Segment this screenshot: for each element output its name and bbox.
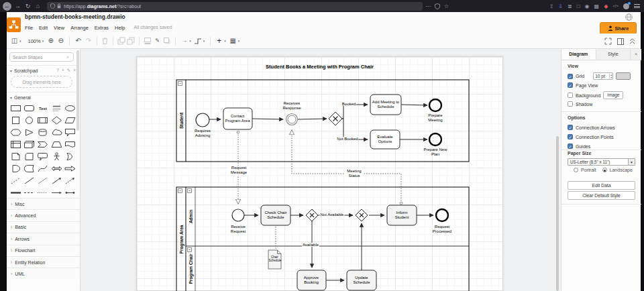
- end-event-request-processed[interactable]: [436, 209, 448, 221]
- scratchpad-drop-area[interactable]: Drag elements here: [11, 76, 72, 88]
- shape-diamond[interactable]: [50, 116, 63, 125]
- ext-account-icon[interactable]: ◉: [585, 3, 590, 9]
- pool-label-student[interactable]: Student: [179, 113, 184, 129]
- label-receives-response[interactable]: Receives Response: [277, 101, 307, 111]
- diagram-page[interactable]: Student Books a Meeting with Program Cha…: [136, 56, 503, 291]
- gateway-merge[interactable]: [356, 209, 368, 221]
- shape-connector[interactable]: [50, 188, 63, 197]
- shape-trapezoid[interactable]: [50, 140, 63, 149]
- to-front-icon[interactable]: [117, 37, 125, 45]
- back-icon[interactable]: ←: [3, 2, 11, 11]
- menu-extras[interactable]: Extras: [95, 25, 109, 31]
- menu-file[interactable]: File: [25, 25, 33, 31]
- shape-directional-arrow[interactable]: [50, 176, 63, 185]
- label-check-chair-schedule[interactable]: Check Chair Schedule: [262, 211, 289, 220]
- label-prepare-new-plan[interactable]: Prepare New Plan: [420, 148, 451, 157]
- ext-window-icon[interactable]: □: [577, 3, 580, 9]
- shape-and[interactable]: [9, 164, 22, 173]
- paper-size-select[interactable]: US-Letter (8,5" x 11") ▼: [568, 158, 635, 166]
- scratchpad-edit-icon[interactable]: ✎: [67, 68, 70, 73]
- insert-icon[interactable]: +: [215, 34, 223, 48]
- collapse-toolbar-icon[interactable]: [629, 38, 635, 44]
- sidebar-section-arrows[interactable]: ›Arrows: [7, 233, 80, 244]
- label-prepare-meeting[interactable]: Prepare Meeting: [421, 113, 450, 123]
- zoom-in-icon[interactable]: ⊕: [46, 34, 55, 48]
- sidebar-section-misc[interactable]: ›Misc: [7, 198, 80, 209]
- delete-icon[interactable]: [101, 37, 109, 45]
- label-meeting-status[interactable]: Meeting Status: [344, 169, 364, 178]
- line-color-icon[interactable]: ✎: [153, 34, 162, 48]
- label-request-message[interactable]: Request Message: [227, 166, 250, 175]
- general-section-header[interactable]: ▾ General: [7, 92, 79, 102]
- search-input[interactable]: [13, 55, 66, 60]
- format-panel-toggle-icon[interactable]: [617, 38, 624, 45]
- shape-heading[interactable]: [50, 104, 63, 113]
- menu-hamburger-icon[interactable]: [634, 3, 640, 9]
- shape-cylinder[interactable]: [36, 128, 50, 137]
- shape-arrow[interactable]: [64, 164, 77, 173]
- shape-line-thin[interactable]: [36, 176, 50, 185]
- shape-note[interactable]: [9, 152, 22, 161]
- ext-upload-icon[interactable]: ⇧: [549, 3, 554, 9]
- zoom-level-dropdown[interactable]: 100%: [28, 38, 41, 44]
- sidebar-section-entity-relation[interactable]: ›Entity Relation: [7, 256, 80, 268]
- connection-arrows-checkbox[interactable]: ✓: [568, 125, 573, 130]
- portrait-radio[interactable]: [574, 168, 578, 172]
- shape-hexagon[interactable]: [9, 128, 22, 137]
- label-evaluate-options[interactable]: Evaluate Options: [372, 135, 398, 144]
- scratchpad-close-icon[interactable]: ×: [73, 68, 76, 73]
- shape-dashed-line[interactable]: [9, 176, 22, 185]
- tracking-shield-icon[interactable]: [435, 3, 440, 9]
- background-image-button[interactable]: Image: [603, 91, 623, 99]
- label-flow-booked[interactable]: Booked: [341, 102, 356, 106]
- shape-rectangle[interactable]: [9, 104, 22, 113]
- scratchpad-header[interactable]: ▾ Scratchpad ? + ✎ ×: [7, 65, 79, 75]
- shape-callout[interactable]: [64, 128, 77, 137]
- sidebar-section-uml[interactable]: ›UML: [7, 268, 80, 279]
- menu-help[interactable]: Help: [115, 25, 125, 31]
- event-receives-response[interactable]: [286, 114, 298, 125]
- shape-callout-bubble[interactable]: [36, 152, 50, 161]
- label-approve-booking[interactable]: Approve Booking: [299, 276, 324, 285]
- zoom-out-icon[interactable]: ⊖: [56, 34, 65, 48]
- shape-data-storage[interactable]: [22, 164, 36, 173]
- end-event-prepare-new-plan[interactable]: [429, 133, 441, 146]
- shape-dashed-edge[interactable]: [22, 188, 36, 197]
- shape-link[interactable]: [64, 188, 77, 197]
- label-inform-student[interactable]: Inform Student: [390, 211, 414, 220]
- ext-code-icon[interactable]: </>: [612, 4, 619, 8]
- table-icon[interactable]: ▦: [229, 34, 237, 48]
- shape-bold-line[interactable]: [9, 188, 22, 197]
- connection-arrow-icon[interactable]: →: [180, 34, 189, 48]
- shape-parallelogram[interactable]: [64, 116, 77, 125]
- shape-triangle[interactable]: [22, 128, 36, 137]
- shape-text[interactable]: Text: [36, 104, 50, 113]
- start-event-requires-advising[interactable]: [196, 113, 209, 127]
- pool-label-program-area[interactable]: Program Area: [179, 225, 184, 254]
- label-flow-available[interactable]: Available: [302, 243, 319, 247]
- shape-rounded-rectangle[interactable]: [22, 104, 36, 113]
- fill-color-icon[interactable]: [144, 37, 152, 45]
- canvas-scrollbar[interactable]: [556, 136, 559, 291]
- to-back-icon[interactable]: [127, 37, 135, 45]
- shape-dotted-edge[interactable]: [36, 188, 50, 197]
- sidebar-scrollbar[interactable]: [76, 50, 79, 131]
- shape-internal-storage[interactable]: [9, 140, 22, 149]
- label-flow-not-booked[interactable]: Not Booked: [336, 137, 358, 141]
- language-globe-icon[interactable]: [625, 13, 633, 21]
- edit-data-button[interactable]: Edit Data: [568, 181, 635, 190]
- label-receive-request[interactable]: Receive Request: [225, 225, 251, 234]
- shape-circle[interactable]: [22, 116, 36, 125]
- gateway-availability[interactable]: [306, 209, 318, 221]
- ext-grid-icon[interactable]: ▦: [594, 3, 600, 9]
- drawing-canvas[interactable]: Student Books a Meeting with Program Cha…: [80, 49, 561, 291]
- shape-cube[interactable]: [22, 140, 36, 149]
- label-request-processed[interactable]: Request Processed: [427, 225, 458, 234]
- shape-process[interactable]: [36, 116, 50, 125]
- forward-icon[interactable]: →: [13, 0, 23, 12]
- background-checkbox[interactable]: [568, 93, 573, 98]
- label-requires-advising[interactable]: Requires Advising: [189, 129, 216, 138]
- panel-close-icon[interactable]: ×: [631, 49, 641, 60]
- grid-size-spinner[interactable]: 10 pt▴▾: [593, 72, 613, 80]
- shape-line[interactable]: [22, 176, 36, 185]
